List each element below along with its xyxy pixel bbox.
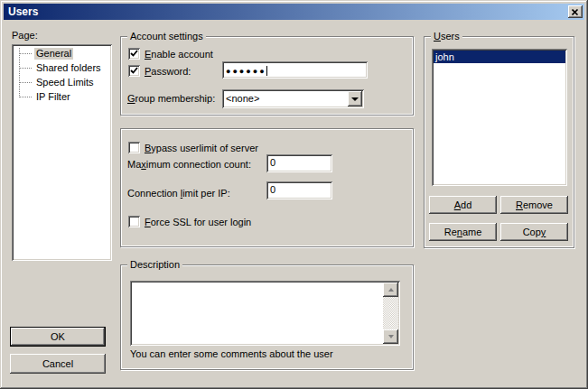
tree-connector <box>19 68 32 69</box>
tree-connector <box>19 53 32 54</box>
page-tree[interactable]: GeneralShared foldersSpeed LimitsIP Filt… <box>12 44 112 261</box>
max-connection-label: Maximum connection count: <box>127 159 251 170</box>
description-scrollbar[interactable] <box>383 282 398 344</box>
users-dialog: Users Page: GeneralShared foldersSpeed L… <box>0 0 588 389</box>
scroll-down-button[interactable] <box>383 329 398 344</box>
account-settings-group: Account settings Enable account Password… <box>120 36 414 116</box>
cancel-button[interactable]: Cancel <box>10 354 106 374</box>
rename-button[interactable]: Rename <box>429 223 497 241</box>
close-button[interactable] <box>568 5 583 18</box>
description-legend: Description <box>127 259 182 270</box>
users-list: john <box>434 51 565 184</box>
group-membership-select[interactable]: <none> <box>222 89 364 108</box>
chevron-down-icon <box>351 97 359 101</box>
password-label: Password: <box>145 66 191 77</box>
password-value: ●●●●●● <box>226 64 267 76</box>
password-checkbox[interactable] <box>128 65 140 77</box>
bypass-userlimit-label: Bypass userlimit of server <box>145 143 258 153</box>
users-listbox[interactable]: john <box>432 49 567 186</box>
check-icon <box>130 50 138 58</box>
enable-account-label: Enable account <box>145 49 213 60</box>
max-connection-value: 0 <box>270 157 275 168</box>
limits-group: Bypass userlimit of server Maximum conne… <box>120 128 414 247</box>
tree-item-label: General <box>34 48 73 60</box>
description-textarea[interactable] <box>130 281 400 346</box>
users-group: Users john Add Remove Rename Copy <box>424 36 574 248</box>
tree-item-general[interactable]: General <box>12 46 112 60</box>
tree-item-label: IP Filter <box>34 91 72 103</box>
enable-account-checkbox[interactable] <box>128 48 140 60</box>
page-label: Page: <box>12 30 38 41</box>
tree-item-ip-filter[interactable]: IP Filter <box>12 89 112 104</box>
description-hint: You can enter some comments about the us… <box>130 348 333 359</box>
ok-button[interactable]: OK <box>10 327 106 347</box>
max-connection-input[interactable]: 0 <box>266 154 332 172</box>
group-membership-label: Group membership: <box>127 93 215 104</box>
connection-per-ip-value: 0 <box>270 184 275 195</box>
user-list-item[interactable]: john <box>434 51 565 63</box>
password-input[interactable]: ●●●●●● <box>222 61 368 79</box>
force-ssl-label: Force SSL for user login <box>145 217 251 227</box>
add-button[interactable]: Add <box>429 196 497 214</box>
title-bar: Users <box>4 4 584 20</box>
tree-item-speed-limits[interactable]: Speed Limits <box>12 75 112 89</box>
check-icon <box>130 67 138 75</box>
tree-connector <box>19 97 32 97</box>
account-settings-legend: Account settings <box>127 31 206 42</box>
copy-button[interactable]: Copy <box>500 223 568 241</box>
tree-connector <box>19 82 32 83</box>
users-legend: Users <box>431 31 462 42</box>
arrow-up-icon <box>388 288 394 292</box>
window-title: Users <box>8 4 38 20</box>
close-icon <box>572 9 579 15</box>
tree-item-label: Shared folders <box>34 62 103 74</box>
scroll-up-button[interactable] <box>383 282 398 297</box>
dropdown-button[interactable] <box>348 91 362 107</box>
connection-per-ip-label: Connection limit per IP: <box>127 188 230 199</box>
remove-button[interactable]: Remove <box>500 196 568 214</box>
tree-item-shared-folders[interactable]: Shared folders <box>12 60 112 75</box>
tree-item-label: Speed Limits <box>34 77 96 88</box>
description-group: Description You can enter some comments … <box>120 264 414 370</box>
arrow-down-icon <box>388 335 394 338</box>
group-membership-value: <none> <box>226 93 259 104</box>
connection-per-ip-input[interactable]: 0 <box>266 181 332 199</box>
bypass-userlimit-checkbox[interactable] <box>128 142 140 153</box>
force-ssl-checkbox[interactable] <box>128 216 140 227</box>
